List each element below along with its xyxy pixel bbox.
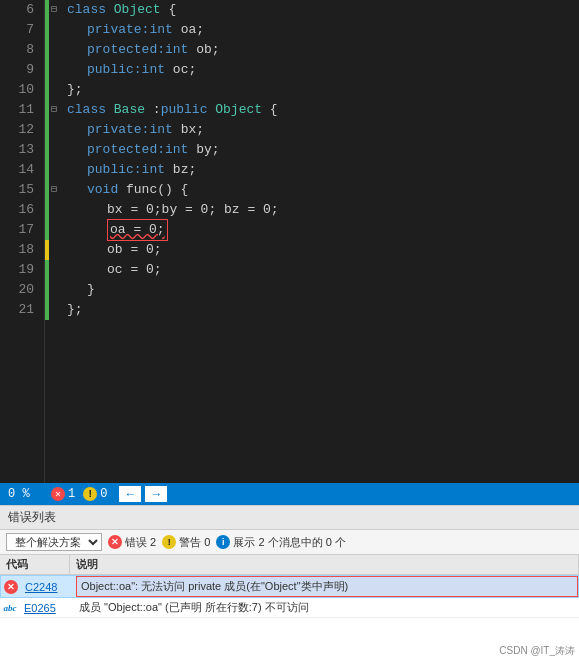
code-line-17: oa = 0;	[67, 220, 579, 240]
line-numbers: 6 7 8 9 10 11 12 13 14 15 16 17 18 19 20…	[0, 0, 45, 483]
code-line-15: void func() {	[67, 180, 579, 200]
fold-spacer-18	[51, 240, 63, 260]
keyword-void: void	[87, 180, 126, 200]
next-error-button[interactable]: →	[145, 486, 167, 502]
status-bar: 0 % ✕ 1 ! 0 ← →	[0, 483, 579, 505]
fold-gutter: ⊟ ⊟ ⊟	[49, 0, 63, 483]
error-table-header: 代码 说明	[0, 555, 579, 575]
fold-spacer-13	[51, 140, 63, 160]
row-abc-icon-2: abc	[0, 601, 20, 615]
info-badge-toolbar[interactable]: i 展示 2 个消息中的 0 个	[216, 535, 345, 550]
code-line-19: oc = 0;	[67, 260, 579, 280]
fold-spacer-14	[51, 160, 63, 180]
fold-icon-11[interactable]: ⊟	[51, 100, 63, 120]
fold-spacer-7	[51, 20, 63, 40]
error-table: 代码 说明 ✕ C2248 Object::oa": 无法访问 private …	[0, 555, 579, 660]
fold-icon-6[interactable]: ⊟	[51, 0, 63, 20]
row-error-circle-1: ✕	[4, 580, 18, 594]
code-line-12: private:int bx;	[67, 120, 579, 140]
keyword-public-3: public:int	[87, 160, 173, 180]
code-line-8: protected:int ob;	[67, 40, 579, 60]
col-header-code: 代码	[0, 555, 70, 574]
fold-spacer-10	[51, 80, 63, 100]
fold-spacer-20	[51, 280, 63, 300]
error-desc-2: 成员 "Object::oa" (已声明 所在行数:7) 不可访问	[75, 598, 579, 617]
keyword-class-2: class	[67, 100, 114, 120]
error-count-badge[interactable]: ✕ 1	[51, 487, 75, 501]
warning-badge-label: 警告 0	[179, 535, 210, 550]
fold-spacer-12	[51, 120, 63, 140]
fold-spacer-17	[51, 220, 63, 240]
error-code-e0265[interactable]: E0265	[20, 600, 75, 616]
fold-spacer-21	[51, 300, 63, 320]
code-line-6: class Object {	[67, 0, 579, 20]
editor-area: 6 7 8 9 10 11 12 13 14 15 16 17 18 19 20…	[0, 0, 579, 483]
error-row-1[interactable]: ✕ C2248 Object::oa": 无法访问 private 成员(在"O…	[0, 575, 579, 598]
abc-icon: abc	[4, 603, 17, 613]
zoom-level: 0 %	[8, 487, 43, 501]
error-code-c2248[interactable]: C2248	[21, 579, 76, 595]
warning-icon: !	[83, 487, 97, 501]
error-row-2[interactable]: abc E0265 成员 "Object::oa" (已声明 所在行数:7) 不…	[0, 598, 579, 618]
warning-circle-toolbar: !	[162, 535, 176, 549]
error-list-panel: 错误列表 整个解决方案 ✕ 错误 2 ! 警告 0 i 展示 2 个消息中的 0…	[0, 505, 579, 660]
code-line-7: private:int oa;	[67, 20, 579, 40]
error-circle-toolbar: ✕	[108, 535, 122, 549]
code-line-10: };	[67, 80, 579, 100]
code-line-20: }	[67, 280, 579, 300]
error-list-title: 错误列表	[8, 510, 56, 524]
col-header-desc: 说明	[70, 555, 579, 574]
scope-dropdown[interactable]: 整个解决方案	[6, 533, 102, 551]
keyword-protected: protected:int	[87, 40, 196, 60]
code-line-18: ob = 0;	[67, 240, 579, 260]
navigation-arrows: ← →	[119, 486, 167, 502]
error-list-header: 错误列表	[0, 506, 579, 530]
error-desc-1: Object::oa": 无法访问 private 成员(在"Object"类中…	[76, 576, 578, 597]
code-container: 6 7 8 9 10 11 12 13 14 15 16 17 18 19 20…	[0, 0, 579, 483]
type-object: Object	[114, 0, 161, 20]
code-line-21: };	[67, 300, 579, 320]
code-lines[interactable]: class Object { private:int oa; protected…	[63, 0, 579, 483]
info-circle-toolbar: i	[216, 535, 230, 549]
warning-count-badge[interactable]: ! 0	[83, 487, 107, 501]
warning-badge-toolbar[interactable]: ! 警告 0	[162, 535, 210, 550]
keyword-public-2: public	[161, 100, 216, 120]
code-line-9: public:int oc;	[67, 60, 579, 80]
keyword-private: private:int	[87, 20, 181, 40]
code-line-13: protected:int by;	[67, 140, 579, 160]
error-badge-label: 错误 2	[125, 535, 156, 550]
fold-spacer-9	[51, 60, 63, 80]
watermark: CSDN @IT_涛涛	[499, 644, 575, 658]
keyword-public: public:int	[87, 60, 173, 80]
fold-spacer-19	[51, 260, 63, 280]
type-base: Base	[114, 100, 145, 120]
keyword-protected-2: protected:int	[87, 140, 196, 160]
code-line-14: public:int bz;	[67, 160, 579, 180]
warning-count: 0	[100, 487, 107, 501]
fold-spacer-8	[51, 40, 63, 60]
code-line-16: bx = 0;by = 0; bz = 0;	[67, 200, 579, 220]
error-highlight-box: oa = 0;	[107, 219, 168, 241]
type-object-2: Object	[215, 100, 262, 120]
fold-icon-15[interactable]: ⊟	[51, 180, 63, 200]
error-badge-toolbar[interactable]: ✕ 错误 2	[108, 535, 156, 550]
error-list-toolbar: 整个解决方案 ✕ 错误 2 ! 警告 0 i 展示 2 个消息中的 0 个	[0, 530, 579, 555]
error-code-oa: oa = 0;	[110, 220, 165, 240]
fold-spacer-16	[51, 200, 63, 220]
error-count: 1	[68, 487, 75, 501]
prev-error-button[interactable]: ←	[119, 486, 141, 502]
keyword-class: class	[67, 0, 114, 20]
code-line-11: class Base :public Object {	[67, 100, 579, 120]
row-error-icon-1: ✕	[1, 578, 21, 596]
info-badge-label: 展示 2 个消息中的 0 个	[233, 535, 345, 550]
keyword-private-2: private:int	[87, 120, 181, 140]
error-icon: ✕	[51, 487, 65, 501]
